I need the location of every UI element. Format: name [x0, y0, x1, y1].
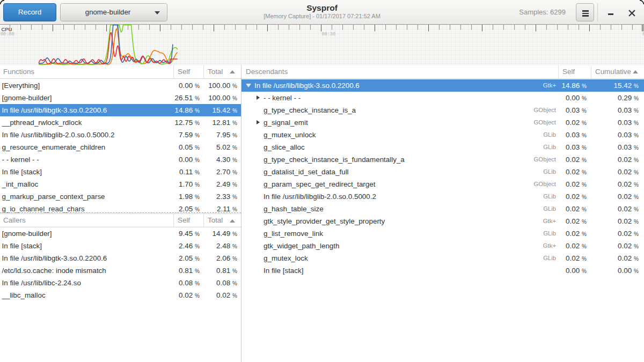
svg-text:00:00: 00:00 — [1, 32, 14, 37]
svg-text:00:30: 00:30 — [322, 32, 336, 37]
